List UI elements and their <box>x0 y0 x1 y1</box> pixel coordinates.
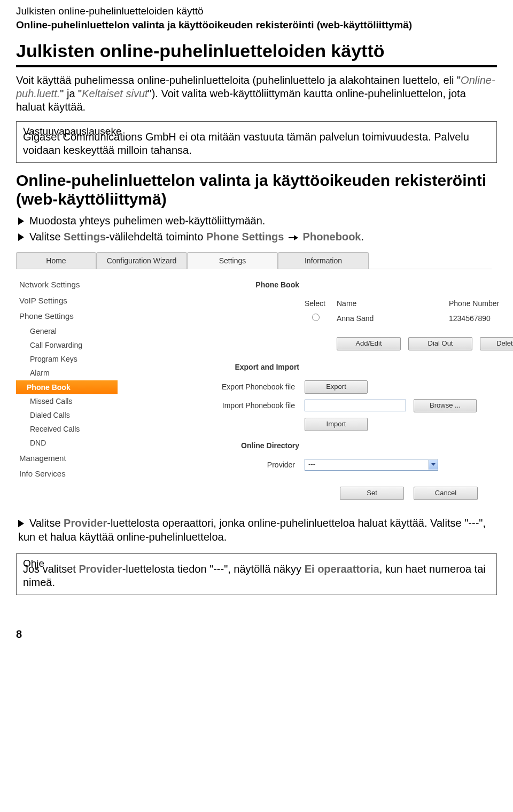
step-2f: . <box>361 231 364 243</box>
sidebar-item-call-forwarding[interactable]: Call Forwarding <box>16 338 118 352</box>
phonebook-heading: Phone Book <box>134 277 305 293</box>
select-radio[interactable] <box>312 314 320 321</box>
col-header-name: Name <box>337 299 449 308</box>
after-step-1: Valitse Provider-luettelosta operaattori… <box>18 516 497 544</box>
page-number: 8 <box>16 627 497 641</box>
sidebar: Network Settings VoIP Settings Phone Set… <box>16 277 118 505</box>
hint-provider: Provider <box>79 563 122 575</box>
sidebar-item-info-services[interactable]: Info Services <box>16 466 118 482</box>
tab-home[interactable]: Home <box>16 252 96 269</box>
step-2c: -välilehdeltä toiminto <box>106 231 206 243</box>
hint-box: Ohje Jos valitset Provider-luettelosta t… <box>16 553 497 596</box>
chevron-down-icon <box>429 460 438 470</box>
delete-button[interactable]: Delete <box>480 337 513 350</box>
export-import-heading: Export and Import <box>134 359 305 375</box>
export-button[interactable]: Export <box>305 380 368 394</box>
hint-a: Jos valitset <box>23 563 79 575</box>
intro-text-2: " ja " <box>60 88 82 99</box>
hint-b: -luettelosta tiedon "---", näytöllä näky… <box>122 563 305 575</box>
provider-label: Provider <box>134 460 305 470</box>
tab-config-wizard[interactable]: Configuration Wizard <box>96 252 187 269</box>
sidebar-item-dnd[interactable]: DND <box>16 436 118 450</box>
online-directory-heading: Online Directory <box>134 438 305 454</box>
page-title: Julkisten online-puhelinluetteloiden käy… <box>16 39 497 67</box>
running-header-line1: Julkisten online-puhelinluetteloiden käy… <box>16 5 497 18</box>
disclaimer-body: Gigaset Communications GmbH ei ota mitää… <box>23 130 490 157</box>
hint-body: Jos valitset Provider-luettelosta tiedon… <box>23 563 490 589</box>
disclaimer-box: Vastuuvapauslauseke Gigaset Communicatio… <box>16 121 497 163</box>
provider-select[interactable]: --- <box>305 459 438 471</box>
web-ui-screenshot: Home Configuration Wizard Settings Infor… <box>16 251 492 505</box>
row-name-value: Anna Sand <box>337 314 449 323</box>
sidebar-item-dialed-calls[interactable]: Dialed Calls <box>16 408 118 422</box>
tab-information[interactable]: Information <box>278 252 369 269</box>
step-2a: Valitse <box>29 231 64 243</box>
section-title: Online-puhelinluettelon valinta ja käytt… <box>16 171 497 208</box>
set-button[interactable]: Set <box>340 487 404 500</box>
sidebar-item-voip-settings[interactable]: VoIP Settings <box>16 293 118 309</box>
after-step-provider: Provider <box>64 517 107 529</box>
dial-out-button[interactable]: Dial Out <box>408 337 472 350</box>
import-button[interactable]: Import <box>305 418 368 431</box>
sidebar-item-received-calls[interactable]: Received Calls <box>16 422 118 436</box>
step-2-phone-settings: Phone Settings <box>206 231 284 243</box>
sidebar-item-phone-book[interactable]: Phone Book <box>16 380 118 394</box>
hint-no-operator: Ei operaattoria <box>305 563 379 575</box>
phonebook-row: Anna Sand 1234567890 <box>134 314 513 323</box>
sidebar-item-program-keys[interactable]: Program Keys <box>16 352 118 366</box>
import-label: Import Phonebook file <box>134 401 305 410</box>
step-2-phonebook: Phonebook <box>303 231 361 243</box>
sidebar-item-alarm[interactable]: Alarm <box>16 366 118 380</box>
triangle-bullet-icon <box>18 520 24 527</box>
step-1: Muodosta yhteys puhelimen web-käyttöliit… <box>18 214 497 228</box>
content-panel: Phone Book Select Name Phone Number Anna… <box>118 277 513 505</box>
intro-emph-2: Keltaiset sivut <box>82 88 147 99</box>
col-header-phone: Phone Number <box>449 299 513 308</box>
sidebar-item-missed-calls[interactable]: Missed Calls <box>16 394 118 408</box>
browse-button[interactable]: Browse ... <box>414 399 477 412</box>
after-step-1a: Valitse <box>29 517 64 529</box>
export-label: Export Phonebook file <box>134 382 305 392</box>
intro-paragraph: Voit käyttää puhelimessa online-puhelinl… <box>16 74 497 114</box>
sidebar-item-management[interactable]: Management <box>16 450 118 466</box>
tab-bar: Home Configuration Wizard Settings Infor… <box>16 251 492 269</box>
import-file-input[interactable] <box>305 400 406 411</box>
running-header-line2: Online-puhelinluettelon valinta ja käytt… <box>16 19 497 32</box>
sidebar-item-phone-settings[interactable]: Phone Settings <box>16 308 118 324</box>
triangle-bullet-icon <box>18 233 24 241</box>
step-2: Valitse Settings-välilehdeltä toiminto P… <box>18 230 497 244</box>
provider-select-value: --- <box>308 460 315 469</box>
triangle-bullet-icon <box>18 217 24 225</box>
arrow-right-icon <box>289 235 298 241</box>
tab-settings[interactable]: Settings <box>187 252 278 269</box>
row-number-value: 1234567890 <box>449 314 513 323</box>
intro-text: Voit käyttää puhelimessa online-puhelinl… <box>16 74 461 86</box>
col-header-select: Select <box>305 299 337 308</box>
cancel-button[interactable]: Cancel <box>414 487 478 500</box>
step-1-text: Muodosta yhteys puhelimen web-käyttöliit… <box>29 215 265 227</box>
step-2-settings: Settings <box>64 231 106 243</box>
sidebar-item-network-settings[interactable]: Network Settings <box>16 277 118 293</box>
add-edit-button[interactable]: Add/Edit <box>337 337 401 350</box>
sidebar-item-general[interactable]: General <box>16 324 118 338</box>
